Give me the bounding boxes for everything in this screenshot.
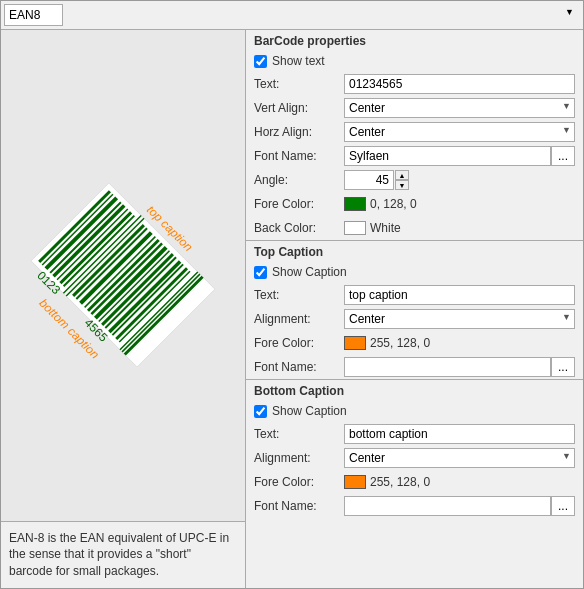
font-name-row: Font Name: ... [246, 144, 583, 168]
bottom-fore-color-value[interactable]: 255, 128, 0 [344, 475, 575, 489]
bottom-text-value[interactable] [344, 424, 575, 444]
bottom-alignment-row: Alignment: Left Center Right [246, 446, 583, 470]
right-panel: BarCode properties Show text Text: Vert … [246, 30, 583, 588]
fore-color-swatch[interactable] [344, 197, 366, 211]
top-bar: EAN8 EAN13 UPC-A Code128 [1, 1, 583, 30]
font-name-dots-button[interactable]: ... [551, 146, 575, 166]
top-alignment-select-wrapper[interactable]: Left Center Right [344, 309, 575, 329]
show-text-checkbox[interactable] [254, 55, 267, 68]
angle-input[interactable] [344, 170, 394, 190]
bottom-font-name-value: ... [344, 496, 575, 516]
angle-value: ▲ ▼ [344, 170, 575, 190]
barcode-preview: 0123 4565 top caption bottom caption [1, 30, 245, 522]
font-name-input[interactable] [344, 146, 551, 166]
left-panel: 0123 4565 top caption bottom caption [1, 30, 246, 588]
back-color-value[interactable]: White [344, 221, 575, 235]
bottom-fore-color-label: Fore Color: [254, 475, 344, 489]
angle-label: Angle: [254, 173, 344, 187]
bottom-alignment-label: Alignment: [254, 451, 344, 465]
top-font-name-dots-button[interactable]: ... [551, 357, 575, 377]
fore-color-row: Fore Color: 0, 128, 0 [246, 192, 583, 216]
vert-align-select-wrapper[interactable]: Top Center Bottom [344, 98, 575, 118]
top-text-label: Text: [254, 288, 344, 302]
vert-align-label: Vert Align: [254, 101, 344, 115]
back-color-label: Back Color: [254, 221, 344, 235]
vert-align-select[interactable]: Top Center Bottom [344, 98, 575, 118]
bottom-caption-header: Bottom Caption [246, 380, 583, 400]
fore-color-label: Fore Color: [254, 197, 344, 211]
top-show-caption-checkbox[interactable] [254, 266, 267, 279]
bottom-text-label: Text: [254, 427, 344, 441]
horz-align-row: Horz Align: Left Center Right [246, 120, 583, 144]
description-text: EAN-8 is the EAN equivalent of UPC-E in … [9, 531, 229, 579]
top-show-caption-row: Show Caption [246, 261, 583, 283]
font-name-value: ... [344, 146, 575, 166]
bottom-text-row: Text: [246, 422, 583, 446]
barcode-type-select[interactable]: EAN8 EAN13 UPC-A Code128 [4, 4, 63, 26]
top-text-row: Text: [246, 283, 583, 307]
bottom-font-name-row: Font Name: ... [246, 494, 583, 518]
angle-input-wrapper: ▲ ▼ [344, 170, 575, 190]
top-show-caption-label: Show Caption [272, 265, 347, 279]
top-alignment-row: Alignment: Left Center Right [246, 307, 583, 331]
bottom-font-name-input[interactable] [344, 496, 551, 516]
show-text-label: Show text [272, 54, 325, 68]
content-area: 0123 4565 top caption bottom caption [1, 30, 583, 588]
horz-align-label: Horz Align: [254, 125, 344, 139]
bottom-fore-color-text: 255, 128, 0 [370, 475, 430, 489]
top-caption-header: Top Caption [246, 241, 583, 261]
barcode-type-select-wrapper[interactable]: EAN8 EAN13 UPC-A Code128 [4, 4, 578, 26]
angle-spin-buttons: ▲ ▼ [395, 170, 409, 190]
bottom-caption-title: Bottom Caption [254, 384, 344, 398]
back-color-row: Back Color: White [246, 216, 583, 240]
font-name-label: Font Name: [254, 149, 344, 163]
fore-color-text: 0, 128, 0 [370, 197, 417, 211]
bottom-text-input[interactable] [344, 424, 575, 444]
top-fore-color-value[interactable]: 255, 128, 0 [344, 336, 575, 350]
bottom-show-caption-row: Show Caption [246, 400, 583, 422]
barcode-properties-title: BarCode properties [254, 34, 366, 48]
text-row: Text: [246, 72, 583, 96]
bottom-font-name-label: Font Name: [254, 499, 344, 513]
bottom-fore-color-swatch[interactable] [344, 475, 366, 489]
text-input[interactable] [344, 74, 575, 94]
barcode-properties-header: BarCode properties [246, 30, 583, 50]
horz-align-select[interactable]: Left Center Right [344, 122, 575, 142]
top-font-name-value: ... [344, 357, 575, 377]
top-font-name-input[interactable] [344, 357, 551, 377]
top-text-value[interactable] [344, 285, 575, 305]
bottom-fore-color-row: Fore Color: 255, 128, 0 [246, 470, 583, 494]
bottom-show-caption-checkbox[interactable] [254, 405, 267, 418]
horz-align-select-wrapper[interactable]: Left Center Right [344, 122, 575, 142]
show-text-row: Show text [246, 50, 583, 72]
back-color-swatch[interactable] [344, 221, 366, 235]
vert-align-row: Vert Align: Top Center Bottom [246, 96, 583, 120]
top-font-name-row: Font Name: ... [246, 355, 583, 379]
top-fore-color-row: Fore Color: 255, 128, 0 [246, 331, 583, 355]
bottom-alignment-select[interactable]: Left Center Right [344, 448, 575, 468]
barcode-svg: 0123 4565 top caption bottom caption [13, 165, 233, 385]
bottom-font-name-dots-button[interactable]: ... [551, 496, 575, 516]
top-alignment-select[interactable]: Left Center Right [344, 309, 575, 329]
top-fore-color-text: 255, 128, 0 [370, 336, 430, 350]
top-text-input[interactable] [344, 285, 575, 305]
top-fore-color-swatch[interactable] [344, 336, 366, 350]
top-fore-color-label: Fore Color: [254, 336, 344, 350]
description-box: EAN-8 is the EAN equivalent of UPC-E in … [1, 522, 245, 588]
angle-row: Angle: ▲ ▼ [246, 168, 583, 192]
bottom-alignment-select-wrapper[interactable]: Left Center Right [344, 448, 575, 468]
bottom-show-caption-label: Show Caption [272, 404, 347, 418]
back-color-text: White [370, 221, 401, 235]
angle-down-button[interactable]: ▼ [395, 180, 409, 190]
text-value[interactable] [344, 74, 575, 94]
top-caption-title: Top Caption [254, 245, 323, 259]
top-alignment-label: Alignment: [254, 312, 344, 326]
top-font-name-label: Font Name: [254, 360, 344, 374]
angle-up-button[interactable]: ▲ [395, 170, 409, 180]
fore-color-value[interactable]: 0, 128, 0 [344, 197, 575, 211]
text-label: Text: [254, 77, 344, 91]
